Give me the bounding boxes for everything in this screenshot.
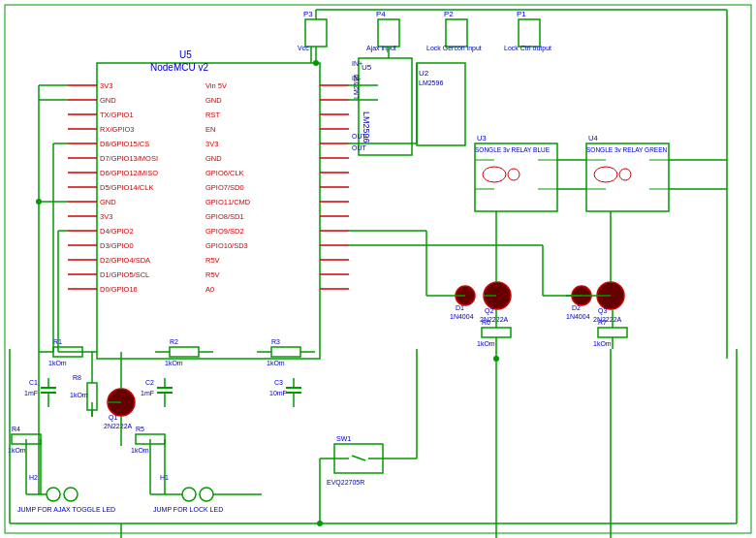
svg-text:1mF: 1mF [141, 390, 154, 396]
svg-text:U4: U4 [588, 134, 598, 142]
svg-text:IN-: IN- [352, 75, 362, 81]
svg-rect-0 [0, 0, 756, 538]
svg-text:GPIO6/CLK: GPIO6/CLK [205, 169, 244, 177]
svg-text:D1: D1 [456, 304, 464, 311]
svg-text:3V3: 3V3 [205, 140, 218, 148]
svg-text:U5: U5 [362, 63, 372, 72]
svg-point-232 [313, 60, 319, 66]
svg-text:GPIO11/CMD: GPIO11/CMD [205, 198, 251, 206]
svg-text:R5V: R5V [205, 256, 220, 265]
svg-text:1kOm: 1kOm [48, 360, 67, 366]
svg-point-234 [36, 199, 42, 205]
svg-text:U2: U2 [419, 69, 429, 78]
svg-text:P3: P3 [303, 10, 313, 18]
svg-text:P1: P1 [517, 10, 526, 18]
svg-text:GPIO8/SD1: GPIO8/SD1 [205, 212, 244, 221]
svg-text:SW1: SW1 [336, 435, 351, 442]
svg-text:R5V: R5V [205, 270, 220, 279]
svg-text:R3: R3 [271, 338, 280, 345]
svg-text:U3: U3 [477, 134, 487, 142]
svg-text:R5: R5 [136, 426, 144, 432]
svg-text:D2: D2 [572, 304, 581, 311]
svg-text:C1: C1 [29, 379, 38, 386]
svg-text:1kOm: 1kOm [8, 447, 26, 454]
svg-text:RX/GPIO3: RX/GPIO3 [100, 125, 134, 134]
svg-text:U5: U5 [179, 49, 192, 60]
svg-text:GPIO10/SD3: GPIO10/SD3 [205, 241, 248, 250]
svg-text:GND: GND [100, 198, 116, 206]
svg-text:H2: H2 [29, 474, 38, 481]
svg-text:1kOm: 1kOm [593, 340, 612, 347]
svg-text:D7/GPIO13/MOSI: D7/GPIO13/MOSI [100, 154, 158, 163]
svg-text:3V3: 3V3 [100, 81, 112, 90]
svg-text:A0: A0 [205, 285, 214, 294]
svg-text:GPIO9/SD2: GPIO9/SD2 [205, 227, 244, 236]
svg-text:JUMP FOR AJAX TOGGLE LED: JUMP FOR AJAX TOGGLE LED [17, 506, 115, 513]
svg-text:D4/GPIO2: D4/GPIO2 [100, 227, 134, 236]
svg-text:JUMP FOR LOCK LED: JUMP FOR LOCK LED [153, 506, 223, 513]
svg-text:D1/GPIO5/SCL: D1/GPIO5/SCL [100, 270, 149, 279]
svg-text:1kOm: 1kOm [477, 340, 495, 347]
svg-text:2N2222A: 2N2222A [104, 423, 133, 429]
svg-text:1N4004: 1N4004 [450, 313, 474, 320]
svg-text:R6: R6 [482, 319, 490, 326]
svg-text:Lock Ctrl output: Lock Ctrl output [504, 45, 551, 52]
svg-text:D2/GPIO4/SDA: D2/GPIO4/SDA [100, 256, 150, 265]
svg-text:R4: R4 [12, 426, 20, 432]
svg-text:Q2: Q2 [485, 307, 493, 315]
svg-text:Q1: Q1 [109, 414, 117, 422]
svg-text:Lock Gercon input: Lock Gercon input [426, 45, 482, 52]
svg-text:Vin 5V: Vin 5V [205, 81, 227, 90]
svg-text:R2: R2 [170, 338, 178, 345]
svg-text:RST: RST [205, 111, 220, 119]
svg-text:D5/GPIO14/CLK: D5/GPIO14/CLK [100, 183, 153, 192]
svg-text:OUT-: OUT- [352, 133, 368, 140]
svg-text:NodeMCU v2: NodeMCU v2 [150, 62, 208, 73]
svg-text:1kOm: 1kOm [267, 360, 285, 366]
svg-text:R7: R7 [598, 319, 607, 326]
svg-text:OUT: OUT [352, 144, 367, 151]
schematic-canvas: U5 NodeMCU v2 3V3 GND TX/GPIO1 RX/GPIO3 … [0, 0, 756, 538]
svg-text:GND: GND [205, 96, 222, 105]
svg-text:10mF: 10mF [269, 390, 287, 396]
svg-text:GND: GND [100, 96, 116, 105]
svg-text:D6/GPIO12/MISO: D6/GPIO12/MISO [100, 169, 158, 177]
svg-text:C3: C3 [274, 379, 283, 386]
svg-text:EN: EN [205, 125, 215, 134]
svg-text:Vcc: Vcc [298, 45, 309, 51]
svg-text:1kOm: 1kOm [131, 447, 149, 454]
svg-text:D8/GPIO15/CS: D8/GPIO15/CS [100, 140, 149, 148]
svg-text:1kOm: 1kOm [165, 360, 183, 366]
svg-text:1kOm: 1kOm [70, 392, 88, 398]
svg-text:LM2596: LM2596 [419, 79, 443, 86]
svg-text:EVQ22705R: EVQ22705R [327, 479, 364, 487]
svg-text:D0/GPIO16: D0/GPIO16 [100, 285, 138, 294]
svg-text:P4: P4 [376, 10, 386, 18]
svg-text:GPIO7/SD0: GPIO7/SD0 [205, 183, 244, 192]
svg-text:1mF: 1mF [24, 390, 38, 396]
svg-point-235 [317, 521, 323, 526]
svg-text:IN+: IN+ [352, 60, 362, 67]
svg-text:SONGLE 3v RELAY GREEN: SONGLE 3v RELAY GREEN [586, 146, 668, 153]
svg-text:3V3: 3V3 [100, 212, 112, 221]
svg-text:P2: P2 [444, 10, 454, 18]
svg-point-233 [493, 356, 499, 362]
svg-text:D3/GPIO0: D3/GPIO0 [100, 241, 134, 250]
svg-text:SONGLE 3v RELAY BLUE: SONGLE 3v RELAY BLUE [475, 146, 551, 153]
svg-text:Ajax input: Ajax input [366, 45, 396, 52]
svg-text:C2: C2 [145, 379, 154, 386]
svg-text:R8: R8 [73, 374, 81, 381]
svg-text:GND: GND [205, 154, 222, 163]
svg-text:1N4004: 1N4004 [566, 313, 590, 320]
svg-text:TX/GPIO1: TX/GPIO1 [100, 111, 134, 119]
svg-text:Q3: Q3 [598, 307, 607, 315]
